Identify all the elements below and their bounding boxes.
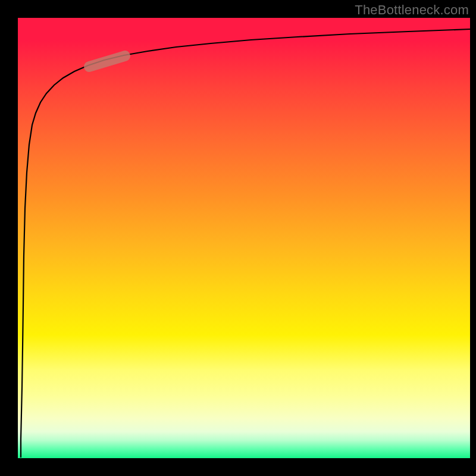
watermark-text: TheBottleneck.com — [355, 2, 469, 18]
chart-svg — [18, 18, 470, 458]
bottleneck-curve-line — [21, 29, 470, 458]
plot-area — [18, 18, 470, 458]
curve-highlight-marker — [89, 56, 125, 67]
